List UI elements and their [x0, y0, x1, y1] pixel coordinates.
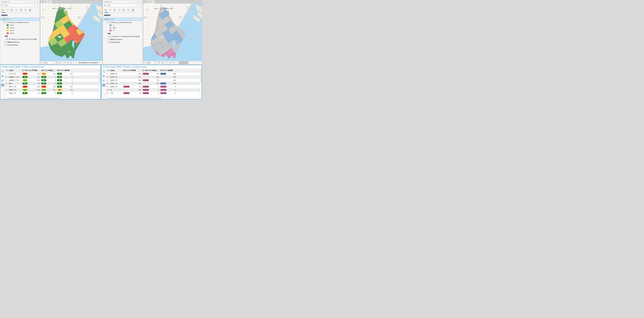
editor-route-icon[interactable]: [164, 62, 166, 64]
search-input[interactable]: 検索: [106, 4, 142, 7]
tree-item-layer[interactable]: ◢ ✓ JP_Blocks_2_ComparisonsLayer: [0, 21, 40, 24]
table-row[interactable]: 10高洲六丁目42.7246206: [106, 76, 200, 79]
value-cell[interactable]: Q3422: [40, 72, 56, 76]
column-header[interactable]: 2020 人口 65歳以上: [142, 69, 160, 72]
north-arrow-icon[interactable]: N: [169, 62, 172, 64]
legend-swatch[interactable]: [110, 27, 112, 29]
lasso-select-icon[interactable]: [70, 62, 72, 64]
name-cell[interactable]: 高洲八丁目: [110, 82, 122, 85]
search-chevron-icon[interactable]: [139, 5, 141, 6]
attribute-table-icon[interactable]: [58, 62, 61, 64]
value-cell[interactable]: 38.4: [122, 79, 142, 82]
row-number[interactable]: 14: [106, 88, 110, 92]
list-by-data-source-icon[interactable]: [6, 9, 9, 11]
value-cell[interactable]: 333: [142, 82, 160, 85]
basemap-checkbox[interactable]: ✓: [4, 41, 6, 43]
scrollbar-thumb[interactable]: [200, 69, 201, 83]
collapse-chevron-icon[interactable]: [31, 1, 32, 3]
value-cell[interactable]: Q448.4: [22, 85, 40, 88]
scatter-plot-icon[interactable]: [1, 79, 4, 82]
value-cell[interactable]: Q10.0: [22, 92, 40, 95]
table-row[interactable]: 6明海六丁目Q241.0Q2231Q3273: [5, 88, 99, 92]
column-header-name[interactable]: NAME: [8, 69, 22, 72]
value-cell[interactable]: Q10: [40, 82, 56, 85]
vertical-scrollbar[interactable]: [99, 69, 100, 99]
layer-checkbox[interactable]: ✓: [4, 22, 6, 24]
value-cell[interactable]: Q452.5: [22, 72, 40, 76]
lasso-select-icon[interactable]: [172, 62, 174, 64]
row-number[interactable]: 3: [5, 79, 8, 82]
north-arrow-icon[interactable]: N: [67, 62, 69, 64]
value-cell[interactable]: Q4494: [40, 85, 56, 88]
list-by-selection-icon[interactable]: [113, 9, 116, 11]
vertical-scrollbar[interactable]: [200, 69, 202, 99]
legend-swatch[interactable]: [110, 24, 112, 26]
value-cell[interactable]: 144: [160, 79, 176, 82]
row-number[interactable]: 7: [5, 92, 8, 95]
legend-item[interactable]: 分位 1: [0, 24, 40, 26]
chevron-down-icon[interactable]: [100, 62, 101, 63]
row-number[interactable]: 5: [5, 85, 8, 88]
value-cell[interactable]: Q3273: [56, 88, 73, 92]
value-cell[interactable]: -0.47 SD0: [142, 85, 160, 88]
list-by-snapping-icon[interactable]: [20, 9, 22, 11]
tree-item-results[interactable]: JP_Blocks_2_ComparisonsLayer 件の結果: [0, 38, 40, 41]
pin-icon[interactable]: [34, 1, 36, 3]
row-number[interactable]: 12: [106, 82, 110, 85]
expand-triangle-icon[interactable]: ◢: [2, 22, 4, 23]
value-cell[interactable]: -0.47 SD0: [160, 92, 176, 95]
name-cell[interactable]: 鉄鋼通り三丁目: [8, 79, 22, 82]
row-number[interactable]: 4: [5, 82, 8, 85]
value-cell[interactable]: Q1107: [56, 72, 73, 76]
value-cell[interactable]: 206: [160, 76, 176, 79]
expand-triangle-icon[interactable]: ◢: [104, 19, 105, 20]
basemap-checkbox[interactable]: ✓: [107, 38, 109, 40]
tab-map[interactable]: マップ: [144, 0, 155, 4]
name-cell[interactable]: 高洲九丁目: [110, 85, 122, 88]
value-cell[interactable]: Q239.5: [22, 79, 40, 82]
legend-swatch[interactable]: [110, 30, 112, 32]
chevron-down-icon[interactable]: [199, 62, 200, 63]
list-by-drawing-order-icon[interactable]: [104, 9, 107, 11]
attribute-table-icon[interactable]: [161, 62, 163, 64]
name-cell[interactable]: 舞浜三丁目: [8, 85, 22, 88]
value-cell[interactable]: Q10.0: [22, 82, 40, 85]
table-view-icon[interactable]: [102, 84, 106, 87]
horizontal-scrollbar[interactable]: ‹: [106, 97, 200, 99]
column-header[interactable]: 2020 人口 65歳以上: [40, 69, 56, 72]
tree-item-layer[interactable]: ◢ ✓ JP_Blocks_2_ComparisonsLayer: [103, 21, 142, 24]
bar-chart-icon[interactable]: [1, 74, 4, 78]
close-icon[interactable]: [153, 2, 154, 2]
value-cell[interactable]: Q10: [56, 79, 73, 82]
name-cell[interactable]: 舞浜: [8, 82, 22, 85]
value-cell[interactable]: Q10.0: [22, 76, 40, 79]
chevron-down-icon[interactable]: [73, 62, 74, 63]
name-cell[interactable]: 千鳥: [110, 92, 122, 95]
table-row[interactable]: 2鉄鋼通り二丁目Q10.0Q10Q10: [5, 76, 99, 79]
legend-item[interactable]: 上: [103, 24, 142, 26]
table-row[interactable]: 14港35.0-0.47 SD0-0.47 SD0: [106, 88, 200, 92]
legend-item[interactable]: 分位 4: [0, 32, 40, 35]
scroll-left-icon[interactable]: ‹: [106, 98, 108, 99]
value-cell[interactable]: Q10: [40, 76, 56, 79]
value-cell[interactable]: 42.7: [122, 76, 142, 79]
field-swap-button[interactable]: [106, 69, 110, 72]
scale-select[interactable]: 1:70,000: [144, 62, 156, 64]
bar-chart-icon[interactable]: [102, 74, 106, 78]
value-cell[interactable]: Q1117: [56, 85, 73, 88]
table-row[interactable]: 12高洲八丁目38.83330.61 SD595: [106, 82, 200, 85]
value-cell[interactable]: 0.61 SD595: [160, 82, 176, 85]
legend-swatch[interactable]: [7, 27, 9, 29]
scrollbar-thumb[interactable]: [99, 69, 100, 83]
scale-select[interactable]: 1:70,000: [41, 62, 54, 64]
list-by-snapping-icon[interactable]: [122, 9, 125, 11]
table-row[interactable]: 5舞浜三丁目Q448.4Q4494Q1117: [5, 85, 99, 88]
search-icon[interactable]: [137, 5, 138, 6]
value-cell[interactable]: -0.47 SD0: [142, 88, 160, 92]
pin-icon[interactable]: [137, 1, 138, 3]
layer-checkbox[interactable]: ✓: [107, 22, 109, 24]
filter-icon[interactable]: [104, 4, 106, 6]
row-number[interactable]: 11: [106, 79, 110, 82]
editor-route-icon[interactable]: [61, 62, 64, 64]
value-cell[interactable]: -0.47 SD0: [160, 88, 176, 92]
